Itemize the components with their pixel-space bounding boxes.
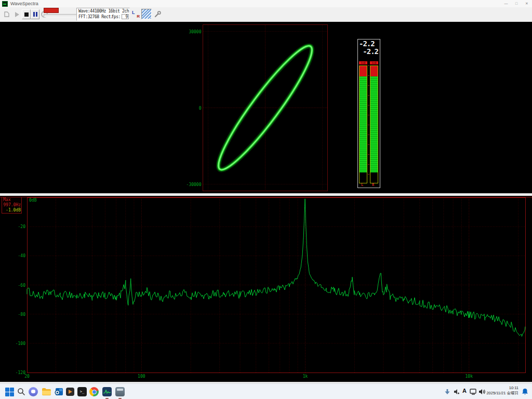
peak-frequency-value: 997.0Hz — [2, 203, 21, 208]
peak-level-value: -1.0dB — [2, 208, 21, 213]
chrome-button[interactable] — [88, 386, 100, 397]
file-explorer-button[interactable] — [41, 386, 52, 397]
notification-bell-button[interactable] — [520, 386, 530, 397]
lissajous-scope: 300000-30000 — [0, 22, 532, 193]
spectrum-pane: 0dB-20-40-60-80-100-120201001k10k Max 99… — [0, 196, 532, 382]
chat-icon — [29, 387, 38, 396]
ime-indicator[interactable]: A — [462, 388, 467, 394]
app-window-taskbar-button[interactable] — [114, 386, 126, 397]
pause-button[interactable] — [31, 9, 39, 19]
terminal-button[interactable]: >_ — [76, 386, 88, 397]
down-arrow-icon — [445, 389, 450, 395]
taskbar: >_ A 10:11 2025/11/21 金 — [0, 383, 532, 399]
search-button[interactable] — [16, 386, 27, 397]
media-player-icon — [66, 388, 74, 396]
svg-text:1k: 1k — [303, 374, 308, 379]
svg-text:0: 0 — [199, 106, 202, 111]
start-button[interactable] — [4, 386, 15, 397]
taskbar-clock[interactable]: 10:11 2025/11/21 金曜日 — [485, 385, 518, 398]
meter-right-header: 0dB — [370, 61, 378, 64]
window-controls: — □ ✕ — [501, 0, 532, 7]
close-button[interactable]: ✕ — [522, 0, 532, 7]
xy-scope-pane: 300000-30000 -2.2 -2.2 0dB 0dB L R — [0, 22, 532, 193]
rec-indicator — [44, 8, 59, 13]
folder-icon — [42, 388, 51, 396]
meter-right-value: -2.2 — [363, 47, 378, 56]
wrench-icon — [154, 10, 162, 18]
open-file-icon — [4, 11, 10, 18]
peak-readout-box: Max 997.0Hz -1.0dB — [2, 197, 22, 214]
meter-left-value: -2.2 — [359, 39, 375, 48]
wave-info: Wave:44100Hz 16bit 2ch — [78, 9, 129, 14]
display-mode-button[interactable] — [141, 9, 152, 19]
wavespectra-icon — [102, 387, 112, 396]
svg-text:-30000: -30000 — [187, 182, 202, 187]
stop-button[interactable] — [22, 9, 31, 19]
format-info-panel: Wave:44100Hz 16bit 2ch FFT:32768 Rect. f… — [76, 8, 130, 21]
meter-left-channel-label: L — [361, 183, 363, 187]
meter-right-bar-red — [370, 66, 378, 76]
open-file-button[interactable] — [2, 9, 12, 19]
stop-icon — [24, 12, 29, 17]
meter-left-bar — [359, 65, 367, 183]
meter-left-header: 0dB — [359, 61, 367, 64]
bell-icon — [522, 388, 528, 395]
speaker-icon — [478, 389, 485, 395]
svg-text:-20: -20 — [18, 224, 26, 229]
level-meter: -2.2 -2.2 0dB 0dB L R — [357, 39, 380, 188]
meter-right-bar-green — [370, 76, 378, 172]
search-icon — [17, 388, 25, 396]
meter-right-channel-label: R — [372, 183, 374, 187]
svg-text:-100: -100 — [16, 341, 25, 346]
toolbar: Wave:44100Hz 16bit 2ch FFT:32768 Rect. f… — [0, 7, 532, 22]
meter-scale-ticks — [368, 65, 369, 183]
titlebar: WaveSpectra — □ ✕ — [0, 0, 532, 8]
display-icon — [470, 389, 477, 395]
window-title: WaveSpectra — [10, 1, 38, 6]
terminal-icon: >_ — [77, 387, 87, 396]
windows-logo-icon — [5, 388, 14, 396]
meter-left-bar-green — [360, 76, 367, 172]
settings-button[interactable] — [153, 9, 162, 19]
spectrum-chart: 0dB-20-40-60-80-100-120201001k10k — [0, 196, 532, 382]
fps-label: fps: — [111, 15, 121, 19]
clock-date: 2025/11/21 金曜日 — [485, 391, 518, 396]
svg-text:-40: -40 — [18, 254, 26, 258]
tray-overflow-button[interactable] — [443, 386, 452, 397]
app-icon — [2, 1, 8, 7]
outlook-button[interactable] — [53, 386, 64, 397]
svg-text:100: 100 — [138, 374, 145, 379]
svg-text:30000: 30000 — [189, 30, 201, 34]
channel-lr-button[interactable]: L R — [131, 9, 140, 19]
clock-time: 10:11 — [485, 385, 518, 391]
svg-text:20: 20 — [24, 374, 30, 379]
pause-icon — [33, 12, 37, 17]
minimize-button[interactable]: — — [501, 0, 511, 7]
svg-text:-60: -60 — [18, 283, 26, 288]
media-player-button[interactable] — [64, 386, 76, 397]
channel-r-label: R — [137, 14, 140, 19]
chat-button[interactable] — [28, 386, 39, 397]
wavespectra-taskbar-button[interactable] — [101, 386, 113, 397]
svg-text:10k: 10k — [466, 374, 473, 379]
audio-device-icon — [454, 389, 460, 395]
fft-info: FFT:32768 Rect. — [78, 15, 113, 19]
svg-text:-80: -80 — [18, 312, 26, 317]
maximize-button[interactable]: □ — [511, 0, 522, 7]
fps-value: 9 — [122, 14, 129, 19]
peak-readout-label: Max — [2, 197, 21, 203]
channel-l-label: L — [132, 10, 135, 15]
tray-audio-device-button[interactable] — [452, 386, 461, 397]
meter-right-bar — [370, 65, 378, 183]
meter-left-bar-red — [360, 66, 367, 76]
app-window-icon — [115, 387, 125, 396]
play-icon — [15, 12, 19, 17]
outlook-icon — [54, 387, 63, 396]
chrome-icon — [89, 387, 99, 396]
play-button[interactable] — [13, 9, 21, 19]
svg-text:0dB: 0dB — [29, 198, 37, 203]
